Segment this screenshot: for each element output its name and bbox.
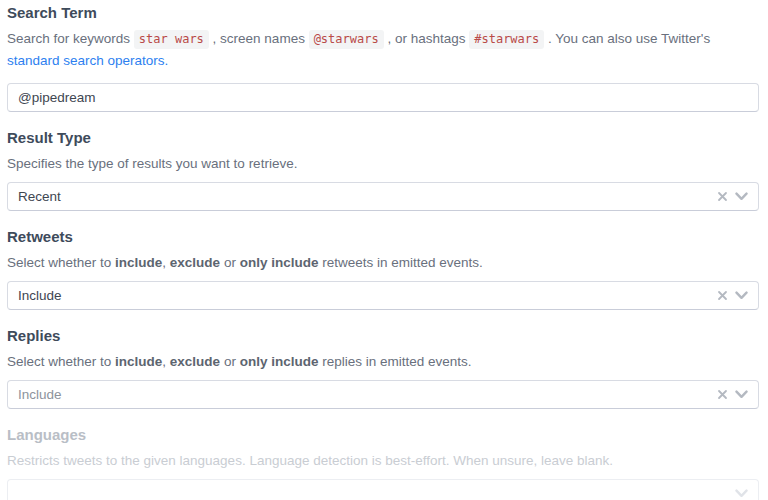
search-term-label: Search Term (7, 4, 759, 22)
replies-select-value: Include (18, 387, 62, 402)
field-search-term: Search Term Search for keywords star war… (7, 4, 759, 112)
languages-description: Restricts tweets to the given languages.… (7, 450, 759, 472)
code-chip-screen-name: @starwars (309, 30, 384, 49)
desc-text: retweets in emitted events. (318, 255, 482, 270)
field-result-type: Result Type Specifies the type of result… (7, 129, 759, 211)
clear-icon[interactable] (717, 191, 728, 202)
languages-label: Languages (7, 426, 759, 444)
result-type-select-value: Recent (18, 189, 61, 204)
clear-icon[interactable] (717, 290, 728, 301)
result-type-select[interactable]: Recent (7, 182, 759, 211)
desc-text: or (220, 255, 240, 270)
chevron-down-icon (735, 489, 748, 498)
chevron-down-icon[interactable] (735, 390, 748, 399)
desc-text: , (162, 255, 170, 270)
chevron-down-icon[interactable] (735, 192, 748, 201)
retweets-select-value: Include (18, 288, 62, 303)
search-operators-link[interactable]: standard search operators. (7, 53, 168, 68)
desc-text: , (162, 354, 170, 369)
result-type-description: Specifies the type of results you want t… (7, 153, 759, 175)
desc-bold-only-include: only include (240, 354, 319, 369)
code-chip-keywords: star wars (134, 30, 209, 49)
desc-text: , or hashtags (384, 31, 470, 46)
desc-text: Select whether to (7, 255, 115, 270)
desc-bold-only-include: only include (240, 255, 319, 270)
desc-bold-exclude: exclude (170, 255, 220, 270)
select-icons (717, 389, 748, 400)
select-icons (717, 290, 748, 301)
code-chip-hashtag: #starwars (469, 30, 544, 49)
field-replies: Replies Select whether to include, exclu… (7, 327, 759, 409)
search-term-description: Search for keywords star wars , screen n… (7, 28, 759, 72)
retweets-select[interactable]: Include (7, 281, 759, 310)
twitter-search-config-form: Search Term Search for keywords star war… (0, 0, 768, 500)
desc-text: replies in emitted events. (318, 354, 471, 369)
chevron-down-icon[interactable] (735, 291, 748, 300)
desc-bold-include: include (115, 255, 162, 270)
result-type-label: Result Type (7, 129, 759, 147)
desc-bold-include: include (115, 354, 162, 369)
replies-label: Replies (7, 327, 759, 345)
clear-icon[interactable] (717, 389, 728, 400)
select-icons (735, 489, 748, 498)
field-languages: Languages Restricts tweets to the given … (7, 426, 759, 500)
search-term-input[interactable] (7, 83, 759, 112)
desc-text: or (220, 354, 240, 369)
desc-bold-exclude: exclude (170, 354, 220, 369)
retweets-description: Select whether to include, exclude or on… (7, 252, 759, 274)
replies-select[interactable]: Include (7, 380, 759, 409)
desc-text: Search for keywords (7, 31, 134, 46)
select-icons (717, 191, 748, 202)
desc-text: Select whether to (7, 354, 115, 369)
replies-description: Select whether to include, exclude or on… (7, 351, 759, 373)
field-retweets: Retweets Select whether to include, excl… (7, 228, 759, 310)
languages-select (7, 479, 759, 500)
retweets-label: Retweets (7, 228, 759, 246)
desc-text: , screen names (209, 31, 309, 46)
desc-text: . You can also use Twitter's (544, 31, 710, 46)
